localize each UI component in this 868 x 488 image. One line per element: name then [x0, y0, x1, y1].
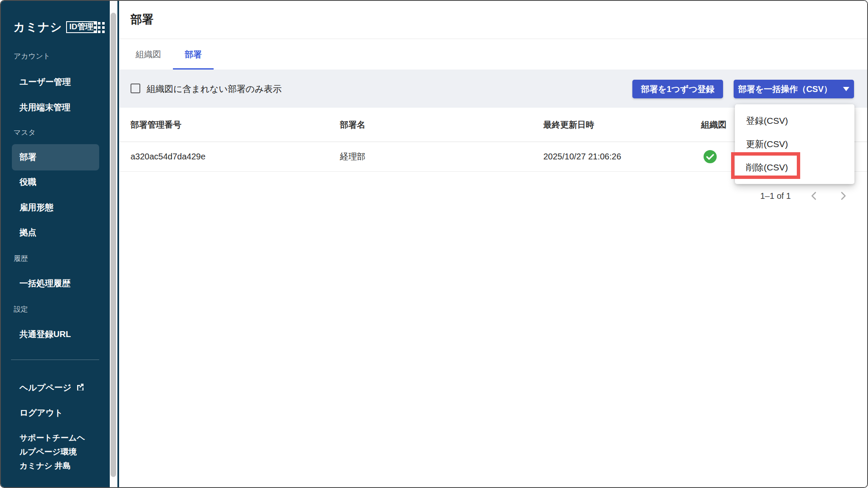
current-user-name: カミナシ 井島 — [19, 460, 71, 471]
bulk-csv-button[interactable]: 部署を一括操作（CSV） — [734, 80, 854, 98]
page-title: 部署 — [131, 12, 153, 27]
org-chart-filter-checkbox[interactable] — [131, 84, 140, 93]
logout-link[interactable]: ログアウト — [19, 407, 63, 418]
tab-departments[interactable]: 部署 — [173, 39, 214, 70]
sidebar-scrollbar-track[interactable] — [110, 1, 117, 487]
brand-logo: カミナシ ID管理 — [14, 20, 97, 35]
sidebar-scrollbar-thumb[interactable] — [111, 13, 116, 477]
nav-section-master: マスタ — [14, 128, 36, 137]
app-window: カミナシ ID管理 アカウント ユーザー管理 共用端末管理 マスタ 部署 役職 … — [0, 0, 868, 488]
pagination-prev-icon[interactable] — [809, 190, 820, 201]
cell-department-name: 経理部 — [340, 151, 543, 162]
sidebar-item-departments[interactable]: 部署 — [19, 151, 36, 163]
logo-text: カミナシ — [14, 20, 62, 35]
cell-department-id: a320ac54d7da429e — [131, 152, 340, 162]
sidebar-divider — [11, 360, 99, 360]
bulk-csv-dropdown-menu: 登録(CSV) 更新(CSV) 削除(CSV) — [735, 104, 854, 184]
main-content: 部署 組織図 部署 組織図に含まれない部署のみ表示 部署を1つずつ登録 部署を一… — [120, 1, 867, 487]
header-divider — [120, 39, 867, 39]
menu-item-register-csv[interactable]: 登録(CSV) — [735, 109, 854, 132]
tab-org-chart[interactable]: 組織図 — [124, 39, 173, 70]
environment-name-line1: サポートチームヘ — [19, 432, 85, 443]
sidebar-item-common-registration-url[interactable]: 共通登録URL — [19, 329, 71, 340]
menu-item-delete-csv[interactable]: 削除(CSV) — [735, 156, 854, 179]
bulk-csv-button-label: 部署を一括操作（CSV） — [738, 84, 832, 95]
column-header-last-updated: 最終更新日時 — [543, 119, 701, 131]
pagination-next-icon[interactable] — [837, 190, 849, 201]
column-header-department-id: 部署管理番号 — [131, 119, 340, 131]
chevron-down-icon — [843, 87, 849, 91]
sidebar-item-locations[interactable]: 拠点 — [19, 227, 36, 238]
nav-section-settings: 設定 — [14, 304, 28, 314]
cell-last-updated: 2025/10/27 21:06:26 — [543, 152, 701, 162]
help-page-label: ヘルプページ — [19, 382, 71, 393]
menu-item-update-csv[interactable]: 更新(CSV) — [735, 132, 854, 156]
nav-section-account: アカウント — [14, 51, 50, 61]
filter-toolbar: 組織図に含まれない部署のみ表示 部署を1つずつ登録 部署を一括操作（CSV） — [120, 70, 867, 108]
sidebar-item-positions[interactable]: 役職 — [19, 176, 36, 188]
column-header-department-name: 部署名 — [340, 119, 543, 131]
external-link-icon — [76, 383, 84, 393]
apps-grid-icon[interactable] — [94, 22, 105, 33]
nav-section-history: 履歴 — [14, 254, 28, 263]
tab-bar: 組織図 部署 — [120, 39, 214, 70]
sidebar-item-shared-device-management[interactable]: 共用端末管理 — [19, 102, 70, 113]
sidebar-item-user-management[interactable]: ユーザー管理 — [19, 76, 71, 88]
logout-label: ログアウト — [19, 407, 63, 418]
pagination-range-label: 1–1 of 1 — [760, 191, 791, 201]
environment-name-line2: ルプページ環境 — [19, 446, 77, 457]
sidebar-item-batch-history[interactable]: 一括処理履歴 — [19, 278, 70, 289]
help-page-link[interactable]: ヘルプページ — [19, 382, 84, 393]
sidebar: カミナシ ID管理 アカウント ユーザー管理 共用端末管理 マスタ 部署 役職 … — [1, 1, 119, 487]
sidebar-item-employment-types[interactable]: 雇用形態 — [19, 202, 53, 213]
org-chart-filter-label: 組織図に含まれない部署のみ表示 — [147, 83, 281, 95]
pagination: 1–1 of 1 — [760, 187, 849, 205]
logo-badge: ID管理 — [66, 21, 97, 33]
register-department-button[interactable]: 部署を1つずつ登録 — [632, 80, 723, 98]
